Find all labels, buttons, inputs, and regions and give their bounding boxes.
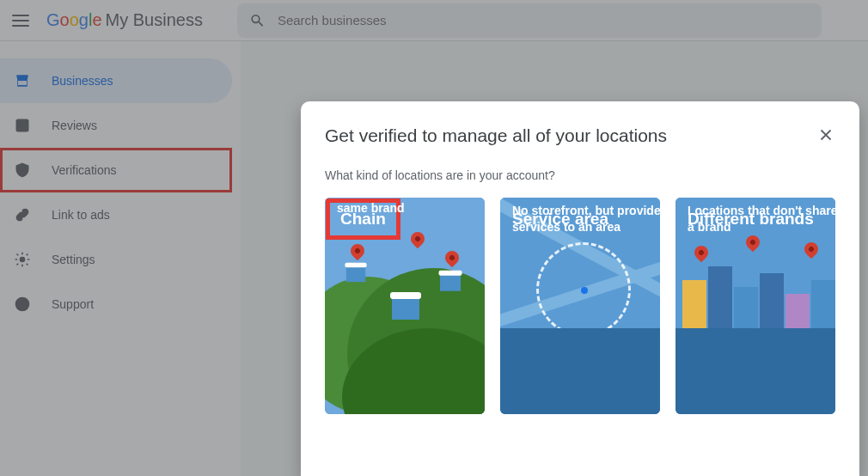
card-description: Locations that don't share a brand <box>688 203 835 235</box>
card-chain[interactable]: Chain Storefront locations of the same b… <box>325 198 485 414</box>
card-description: No storefront, but provide services to a… <box>512 203 660 235</box>
modal-subtitle: What kind of locations are in your accou… <box>325 168 835 182</box>
close-icon <box>816 125 835 144</box>
close-button[interactable] <box>816 125 835 148</box>
location-type-cards: Chain Storefront locations of the same b… <box>325 198 835 414</box>
modal-title: Get verified to manage all of your locat… <box>325 125 667 146</box>
card-different-brands[interactable]: Different brands Locations that don't sh… <box>675 198 835 414</box>
verification-modal: Get verified to manage all of your locat… <box>301 101 859 476</box>
card-service-area[interactable]: Service area No storefront, but provide … <box>500 198 660 414</box>
card-description: Storefront locations of the same brand <box>337 198 485 217</box>
